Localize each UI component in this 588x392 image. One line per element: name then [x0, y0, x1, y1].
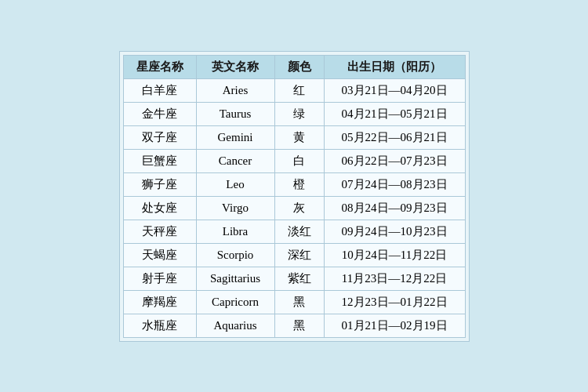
cell-chinese: 双子座	[123, 125, 196, 149]
cell-chinese: 金牛座	[123, 102, 196, 125]
header-date: 出生日期（阳历）	[324, 55, 465, 78]
cell-english: Scorpio	[196, 243, 274, 267]
table-row: 天蝎座Scorpio深红10月24日—11月22日	[123, 243, 465, 267]
cell-chinese: 处女座	[123, 196, 196, 220]
cell-color: 绿	[274, 102, 324, 125]
cell-date: 12月23日—01月22日	[324, 290, 465, 314]
cell-color: 灰	[274, 196, 324, 220]
cell-chinese: 射手座	[123, 267, 196, 290]
table-header-row: 星座名称 英文名称 颜色 出生日期（阳历）	[123, 55, 465, 78]
cell-date: 11月23日—12月22日	[324, 267, 465, 290]
cell-english: Libra	[196, 220, 274, 243]
cell-english: Cancer	[196, 149, 274, 172]
cell-date: 07月24日—08月23日	[324, 172, 465, 196]
cell-chinese: 天秤座	[123, 220, 196, 243]
cell-color: 红	[274, 78, 324, 102]
cell-color: 黑	[274, 314, 324, 337]
cell-color: 橙	[274, 172, 324, 196]
cell-chinese: 巨蟹座	[123, 149, 196, 172]
cell-date: 08月24日—09月23日	[324, 196, 465, 220]
cell-date: 05月22日—06月21日	[324, 125, 465, 149]
cell-color: 黄	[274, 125, 324, 149]
table-row: 天秤座Libra淡红09月24日—10月23日	[123, 220, 465, 243]
table-row: 巨蟹座Cancer白06月22日—07月23日	[123, 149, 465, 172]
cell-date: 04月21日—05月21日	[324, 102, 465, 125]
cell-english: Aquarius	[196, 314, 274, 337]
cell-date: 10月24日—11月22日	[324, 243, 465, 267]
table-row: 白羊座Aries红03月21日—04月20日	[123, 78, 465, 102]
cell-chinese: 狮子座	[123, 172, 196, 196]
cell-english: Aries	[196, 78, 274, 102]
cell-color: 白	[274, 149, 324, 172]
cell-english: Virgo	[196, 196, 274, 220]
cell-english: Capricorn	[196, 290, 274, 314]
cell-date: 06月22日—07月23日	[324, 149, 465, 172]
cell-english: Leo	[196, 172, 274, 196]
header-english: 英文名称	[196, 55, 274, 78]
header-chinese: 星座名称	[123, 55, 196, 78]
cell-chinese: 天蝎座	[123, 243, 196, 267]
table-row: 金牛座Taurus绿04月21日—05月21日	[123, 102, 465, 125]
table-row: 双子座Gemini黄05月22日—06月21日	[123, 125, 465, 149]
cell-chinese: 白羊座	[123, 78, 196, 102]
table-row: 狮子座Leo橙07月24日—08月23日	[123, 172, 465, 196]
zodiac-table: 星座名称 英文名称 颜色 出生日期（阳历） 白羊座Aries红03月21日—04…	[123, 55, 466, 338]
cell-chinese: 水瓶座	[123, 314, 196, 337]
cell-english: Sagittarius	[196, 267, 274, 290]
cell-color: 深红	[274, 243, 324, 267]
cell-color: 黑	[274, 290, 324, 314]
table-row: 水瓶座Aquarius黑01月21日—02月19日	[123, 314, 465, 337]
cell-color: 淡红	[274, 220, 324, 243]
table-row: 射手座Sagittarius紫红11月23日—12月22日	[123, 267, 465, 290]
table-row: 摩羯座Capricorn黑12月23日—01月22日	[123, 290, 465, 314]
cell-date: 09月24日—10月23日	[324, 220, 465, 243]
cell-color: 紫红	[274, 267, 324, 290]
cell-date: 03月21日—04月20日	[324, 78, 465, 102]
cell-english: Gemini	[196, 125, 274, 149]
header-color: 颜色	[274, 55, 324, 78]
cell-english: Taurus	[196, 102, 274, 125]
zodiac-table-container: 星座名称 英文名称 颜色 出生日期（阳历） 白羊座Aries红03月21日—04…	[119, 51, 470, 342]
table-row: 处女座Virgo灰08月24日—09月23日	[123, 196, 465, 220]
cell-date: 01月21日—02月19日	[324, 314, 465, 337]
cell-chinese: 摩羯座	[123, 290, 196, 314]
